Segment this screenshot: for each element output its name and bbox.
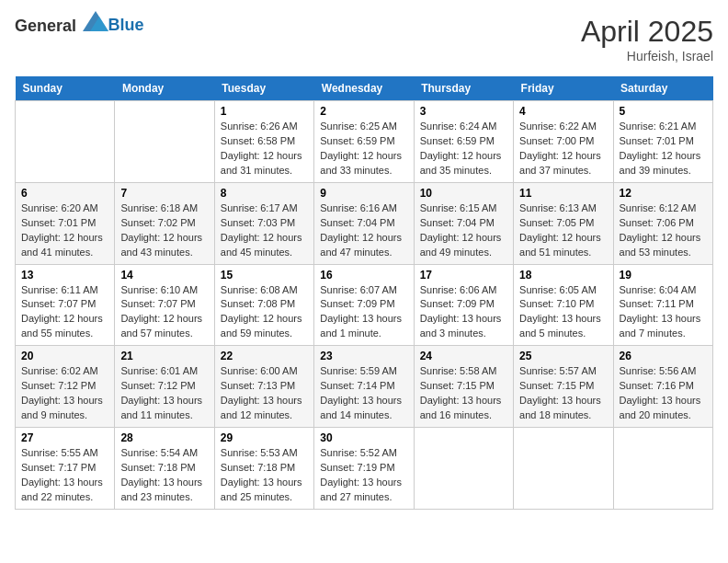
calendar-cell bbox=[115, 101, 214, 183]
calendar-week-row: 6Sunrise: 6:20 AMSunset: 7:01 PMDaylight… bbox=[16, 182, 713, 264]
page-header: General Blue April 2025 Hurfeish, Israel bbox=[15, 15, 713, 63]
calendar-cell: 23Sunrise: 5:59 AMSunset: 7:14 PMDayligh… bbox=[314, 346, 414, 428]
day-number: 5 bbox=[620, 105, 707, 118]
day-info: Sunrise: 6:08 AMSunset: 7:08 PMDaylight:… bbox=[221, 283, 308, 342]
calendar-cell: 20Sunrise: 6:02 AMSunset: 7:12 PMDayligh… bbox=[16, 346, 115, 428]
logo-general: General bbox=[15, 17, 76, 35]
day-number: 30 bbox=[320, 431, 407, 444]
day-info: Sunrise: 6:00 AMSunset: 7:13 PMDaylight:… bbox=[221, 364, 308, 423]
weekday-header: Monday bbox=[115, 76, 214, 101]
calendar-week-row: 27Sunrise: 5:55 AMSunset: 7:17 PMDayligh… bbox=[16, 428, 713, 510]
calendar-cell: 25Sunrise: 5:57 AMSunset: 7:15 PMDayligh… bbox=[514, 346, 613, 428]
day-info: Sunrise: 6:18 AMSunset: 7:02 PMDaylight:… bbox=[120, 201, 208, 260]
calendar-cell: 18Sunrise: 6:05 AMSunset: 7:10 PMDayligh… bbox=[514, 264, 613, 346]
day-info: Sunrise: 6:10 AMSunset: 7:07 PMDaylight:… bbox=[120, 283, 208, 342]
calendar-cell: 24Sunrise: 5:58 AMSunset: 7:15 PMDayligh… bbox=[414, 346, 513, 428]
calendar-cell: 19Sunrise: 6:04 AMSunset: 7:11 PMDayligh… bbox=[613, 264, 712, 346]
day-info: Sunrise: 6:04 AMSunset: 7:11 PMDaylight:… bbox=[620, 283, 707, 342]
day-info: Sunrise: 5:57 AMSunset: 7:15 PMDaylight:… bbox=[519, 364, 607, 423]
day-number: 11 bbox=[519, 187, 607, 200]
day-number: 25 bbox=[519, 350, 607, 362]
day-info: Sunrise: 6:15 AMSunset: 7:04 PMDaylight:… bbox=[420, 201, 507, 260]
calendar-cell: 1Sunrise: 6:26 AMSunset: 6:58 PMDaylight… bbox=[214, 101, 313, 183]
day-info: Sunrise: 5:59 AMSunset: 7:14 PMDaylight:… bbox=[320, 364, 407, 423]
calendar-cell bbox=[16, 101, 115, 183]
day-number: 18 bbox=[519, 269, 607, 282]
logo-icon bbox=[83, 11, 108, 31]
calendar-cell bbox=[613, 428, 712, 510]
day-number: 16 bbox=[320, 269, 407, 282]
day-number: 10 bbox=[420, 187, 507, 200]
day-info: Sunrise: 5:52 AMSunset: 7:19 PMDaylight:… bbox=[320, 446, 407, 505]
day-number: 15 bbox=[221, 269, 308, 282]
weekday-header-row: SundayMondayTuesdayWednesdayThursdayFrid… bbox=[16, 76, 713, 101]
month-title: April 2025 bbox=[581, 15, 713, 49]
weekday-header: Sunday bbox=[16, 76, 115, 101]
weekday-header: Thursday bbox=[414, 76, 513, 101]
day-number: 22 bbox=[221, 350, 308, 362]
calendar-cell: 3Sunrise: 6:24 AMSunset: 6:59 PMDaylight… bbox=[414, 101, 513, 183]
day-number: 1 bbox=[221, 105, 308, 118]
weekday-header: Wednesday bbox=[314, 76, 414, 101]
day-info: Sunrise: 6:20 AMSunset: 7:01 PMDaylight:… bbox=[21, 201, 108, 260]
calendar-cell bbox=[514, 428, 613, 510]
day-info: Sunrise: 6:12 AMSunset: 7:06 PMDaylight:… bbox=[620, 201, 707, 260]
day-number: 6 bbox=[21, 187, 108, 200]
day-number: 27 bbox=[21, 431, 108, 444]
day-number: 29 bbox=[221, 431, 308, 444]
weekday-header: Saturday bbox=[613, 76, 712, 101]
day-number: 21 bbox=[120, 350, 208, 362]
calendar-table: SundayMondayTuesdayWednesdayThursdayFrid… bbox=[15, 76, 713, 510]
day-number: 20 bbox=[21, 350, 108, 362]
calendar-cell: 11Sunrise: 6:13 AMSunset: 7:05 PMDayligh… bbox=[514, 182, 613, 264]
calendar-cell: 9Sunrise: 6:16 AMSunset: 7:04 PMDaylight… bbox=[314, 182, 414, 264]
calendar-week-row: 1Sunrise: 6:26 AMSunset: 6:58 PMDaylight… bbox=[16, 101, 713, 183]
day-info: Sunrise: 6:02 AMSunset: 7:12 PMDaylight:… bbox=[21, 364, 108, 423]
title-block: April 2025 Hurfeish, Israel bbox=[581, 15, 713, 63]
day-info: Sunrise: 5:55 AMSunset: 7:17 PMDaylight:… bbox=[21, 446, 108, 505]
day-number: 23 bbox=[320, 350, 407, 362]
day-number: 12 bbox=[620, 187, 707, 200]
day-info: Sunrise: 6:25 AMSunset: 6:59 PMDaylight:… bbox=[320, 120, 407, 178]
day-number: 19 bbox=[620, 269, 707, 282]
day-number: 4 bbox=[519, 105, 607, 118]
calendar-week-row: 20Sunrise: 6:02 AMSunset: 7:12 PMDayligh… bbox=[16, 346, 713, 428]
calendar-cell: 16Sunrise: 6:07 AMSunset: 7:09 PMDayligh… bbox=[314, 264, 414, 346]
calendar-cell: 29Sunrise: 5:53 AMSunset: 7:18 PMDayligh… bbox=[214, 428, 313, 510]
calendar-cell: 8Sunrise: 6:17 AMSunset: 7:03 PMDaylight… bbox=[214, 182, 313, 264]
calendar-cell: 6Sunrise: 6:20 AMSunset: 7:01 PMDaylight… bbox=[16, 182, 115, 264]
day-info: Sunrise: 6:17 AMSunset: 7:03 PMDaylight:… bbox=[221, 201, 308, 260]
calendar-cell: 22Sunrise: 6:00 AMSunset: 7:13 PMDayligh… bbox=[214, 346, 313, 428]
calendar-cell: 15Sunrise: 6:08 AMSunset: 7:08 PMDayligh… bbox=[214, 264, 313, 346]
calendar-cell: 5Sunrise: 6:21 AMSunset: 7:01 PMDaylight… bbox=[613, 101, 712, 183]
calendar-cell: 17Sunrise: 6:06 AMSunset: 7:09 PMDayligh… bbox=[414, 264, 513, 346]
day-info: Sunrise: 5:58 AMSunset: 7:15 PMDaylight:… bbox=[420, 364, 507, 423]
calendar-cell: 10Sunrise: 6:15 AMSunset: 7:04 PMDayligh… bbox=[414, 182, 513, 264]
day-info: Sunrise: 6:22 AMSunset: 7:00 PMDaylight:… bbox=[519, 120, 607, 178]
calendar-cell: 30Sunrise: 5:52 AMSunset: 7:19 PMDayligh… bbox=[314, 428, 414, 510]
day-number: 7 bbox=[120, 187, 208, 200]
day-number: 24 bbox=[420, 350, 507, 362]
day-number: 17 bbox=[420, 269, 507, 282]
day-number: 8 bbox=[221, 187, 308, 200]
logo-blue: Blue bbox=[108, 16, 144, 34]
day-number: 2 bbox=[320, 105, 407, 118]
day-info: Sunrise: 6:01 AMSunset: 7:12 PMDaylight:… bbox=[120, 364, 208, 423]
day-info: Sunrise: 6:13 AMSunset: 7:05 PMDaylight:… bbox=[519, 201, 607, 260]
day-info: Sunrise: 6:06 AMSunset: 7:09 PMDaylight:… bbox=[420, 283, 507, 342]
day-info: Sunrise: 6:11 AMSunset: 7:07 PMDaylight:… bbox=[21, 283, 108, 342]
day-info: Sunrise: 5:56 AMSunset: 7:16 PMDaylight:… bbox=[620, 364, 707, 423]
day-info: Sunrise: 6:07 AMSunset: 7:09 PMDaylight:… bbox=[320, 283, 407, 342]
calendar-cell: 12Sunrise: 6:12 AMSunset: 7:06 PMDayligh… bbox=[613, 182, 712, 264]
day-number: 26 bbox=[620, 350, 707, 362]
calendar-cell: 2Sunrise: 6:25 AMSunset: 6:59 PMDaylight… bbox=[314, 101, 414, 183]
day-number: 28 bbox=[120, 431, 208, 444]
calendar-cell: 26Sunrise: 5:56 AMSunset: 7:16 PMDayligh… bbox=[613, 346, 712, 428]
day-info: Sunrise: 5:54 AMSunset: 7:18 PMDaylight:… bbox=[120, 446, 208, 505]
weekday-header: Tuesday bbox=[214, 76, 313, 101]
day-number: 9 bbox=[320, 187, 407, 200]
calendar-cell bbox=[414, 428, 513, 510]
calendar-cell: 21Sunrise: 6:01 AMSunset: 7:12 PMDayligh… bbox=[115, 346, 214, 428]
day-number: 14 bbox=[120, 269, 208, 282]
calendar-week-row: 13Sunrise: 6:11 AMSunset: 7:07 PMDayligh… bbox=[16, 264, 713, 346]
